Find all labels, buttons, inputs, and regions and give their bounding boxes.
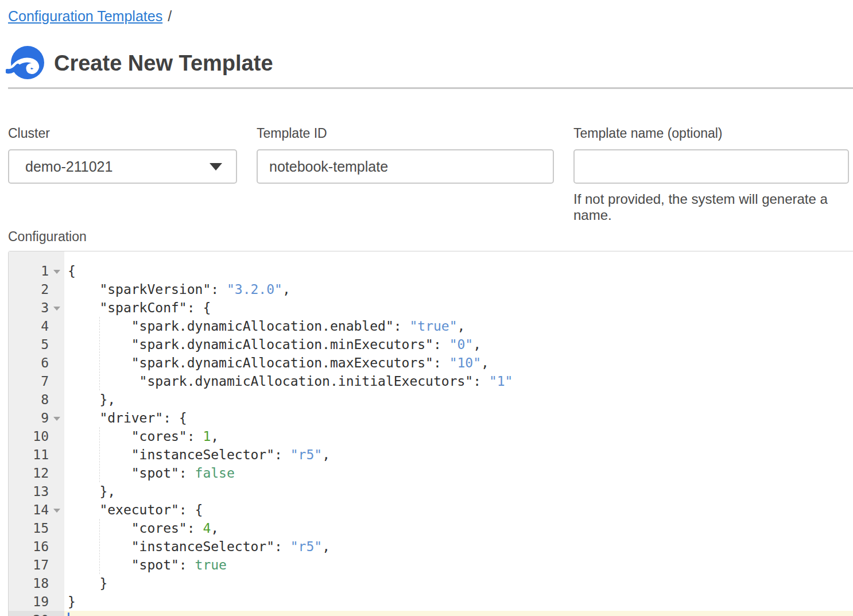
breadcrumb-link-configuration-templates[interactable]: Configuration Templates	[8, 8, 162, 24]
code-token: ,	[322, 539, 330, 554]
line-number: 15	[9, 519, 64, 537]
code-token: {	[68, 264, 76, 278]
cluster-select[interactable]: demo-211021	[8, 149, 237, 184]
fold-arrow-icon[interactable]	[53, 509, 60, 513]
gutter-row: 14	[9, 501, 64, 519]
line-number: 18	[9, 574, 64, 592]
page-title: Create New Template	[54, 51, 273, 76]
chevron-down-icon	[210, 163, 222, 171]
gutter-row: 18	[9, 574, 64, 592]
configuration-label: Configuration	[8, 229, 87, 245]
template-id-label: Template ID	[257, 125, 554, 141]
text-cursor	[68, 613, 69, 616]
code-line[interactable]: "cores": 1,	[64, 427, 853, 445]
app-wave-logo-icon	[6, 45, 45, 82]
code-token: "spark.dynamicAllocation.minExecutors":	[68, 337, 449, 352]
code-line[interactable]: "instanceSelector": "r5",	[64, 445, 853, 464]
header-divider	[8, 87, 853, 89]
line-number: 11	[9, 445, 64, 464]
editor-code-area[interactable]: { "sparkVersion": "3.2.0", "sparkConf": …	[64, 251, 853, 616]
code-token: "driver": {	[68, 410, 187, 425]
line-number: 10	[9, 427, 64, 445]
code-token: 4	[203, 521, 211, 536]
code-line[interactable]: "spark.dynamicAllocation.minExecutors": …	[64, 335, 853, 354]
code-line[interactable]: "spark.dynamicAllocation.maxExecutors": …	[64, 354, 853, 372]
code-token: "cores":	[68, 429, 203, 444]
gutter-row: 20	[9, 611, 64, 616]
code-line[interactable]: "sparkVersion": "3.2.0",	[64, 280, 853, 299]
code-token: "instanceSelector":	[68, 539, 290, 554]
indent-guide	[99, 317, 100, 390]
code-token: }	[68, 594, 76, 609]
line-number: 8	[9, 390, 64, 409]
gutter-row: 10	[9, 427, 64, 445]
line-number: 17	[9, 556, 64, 574]
breadcrumb: Configuration Templates/	[8, 7, 172, 25]
code-token: "spot":	[68, 466, 195, 481]
fold-arrow-icon[interactable]	[53, 307, 60, 311]
code-token: "1"	[489, 374, 513, 389]
code-token: "10"	[449, 355, 481, 370]
code-line[interactable]	[64, 611, 853, 616]
line-number: 19	[9, 592, 64, 611]
cluster-field-group: Cluster demo-211021	[8, 125, 237, 184]
code-line[interactable]: "spark.dynamicAllocation.enabled": "true…	[64, 317, 853, 335]
code-token: ,	[481, 355, 489, 370]
fold-arrow-icon[interactable]	[53, 270, 60, 274]
code-token: ,	[322, 447, 330, 462]
code-line[interactable]: "spot": false	[64, 464, 853, 482]
code-line[interactable]: },	[64, 390, 853, 409]
code-token: "executor": {	[68, 502, 203, 517]
code-line[interactable]: "executor": {	[64, 501, 853, 519]
code-line[interactable]: }	[64, 592, 853, 611]
gutter-row: 7	[9, 372, 64, 390]
code-line[interactable]: },	[64, 482, 853, 501]
gutter-row: 12	[9, 464, 64, 482]
line-number: 6	[9, 354, 64, 372]
gutter-row: 2	[9, 280, 64, 299]
gutter-row: 6	[9, 354, 64, 372]
template-id-input[interactable]	[257, 149, 554, 184]
line-number: 20	[9, 611, 64, 616]
indent-guide	[99, 519, 100, 574]
line-number: 13	[9, 482, 64, 501]
code-line[interactable]: "cores": 4,	[64, 519, 853, 537]
editor-gutter: 1234567891011121314151617181920	[9, 251, 64, 616]
code-line[interactable]: "sparkConf": {	[64, 299, 853, 317]
code-token: "spark.dynamicAllocation.initialExecutor…	[68, 374, 489, 389]
fold-arrow-icon[interactable]	[53, 417, 60, 421]
code-token: ,	[211, 521, 219, 536]
code-token: 1	[203, 429, 211, 444]
code-token: "0"	[449, 337, 474, 352]
code-token: "sparkVersion":	[68, 282, 227, 297]
code-token: },	[68, 484, 115, 499]
code-token: "spark.dynamicAllocation.maxExecutors":	[68, 355, 449, 370]
gutter-row: 15	[9, 519, 64, 537]
code-line[interactable]: "spot": true	[64, 556, 853, 574]
code-line[interactable]: "driver": {	[64, 409, 853, 427]
template-name-input[interactable]	[573, 149, 849, 184]
gutter-row: 11	[9, 445, 64, 464]
template-name-field-group: Template name (optional) If not provided…	[573, 125, 849, 223]
code-line[interactable]: {	[64, 262, 853, 280]
code-line[interactable]: "spark.dynamicAllocation.initialExecutor…	[64, 372, 853, 390]
code-token: }	[68, 576, 107, 591]
line-number: 12	[9, 464, 64, 482]
code-token: "instanceSelector":	[68, 447, 290, 462]
template-name-label: Template name (optional)	[573, 125, 849, 141]
code-token: "spot":	[68, 557, 195, 572]
cluster-label: Cluster	[8, 125, 237, 141]
gutter-row: 1	[9, 262, 64, 280]
gutter-row: 19	[9, 592, 64, 611]
page-header: Create New Template	[6, 45, 273, 82]
gutter-row: 3	[9, 299, 64, 317]
code-line[interactable]: "instanceSelector": "r5",	[64, 537, 853, 556]
code-line[interactable]: }	[64, 574, 853, 592]
code-token: "r5"	[290, 539, 322, 554]
line-number: 5	[9, 335, 64, 354]
code-token: ,	[211, 429, 219, 444]
code-token: ,	[473, 337, 481, 352]
indent-guide	[99, 427, 100, 482]
code-token: "3.2.0"	[227, 282, 282, 297]
configuration-code-editor[interactable]: 1234567891011121314151617181920 { "spark…	[8, 251, 853, 616]
